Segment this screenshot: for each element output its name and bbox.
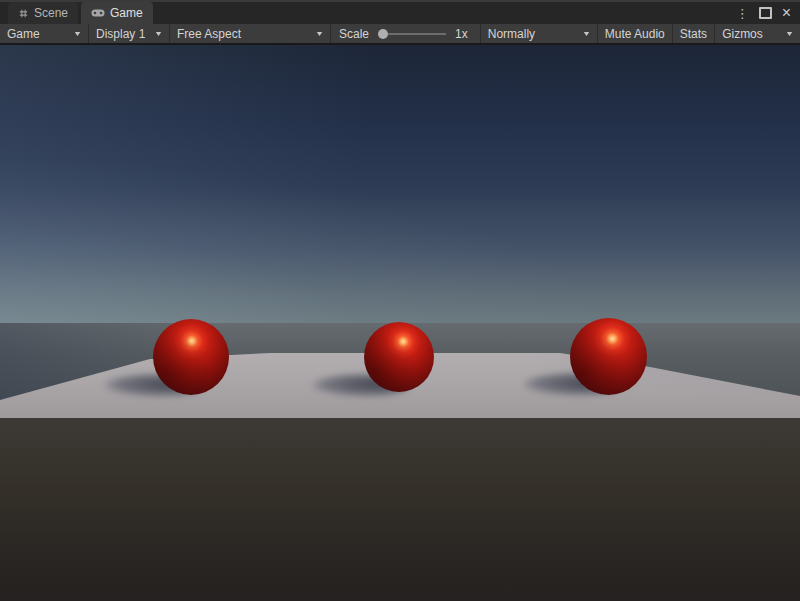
view-menu-label: Game (7, 27, 40, 41)
chevron-down-icon: ▼ (785, 30, 794, 37)
chevron-down-icon: ▼ (73, 30, 82, 37)
scale-control: Scale 1x (331, 27, 480, 41)
game-view-toolbar: Game ▼ Display 1 ▼ Free Aspect ▼ Scale 1… (0, 24, 800, 45)
slider-track[interactable] (388, 33, 446, 35)
tab-scene-label: Scene (34, 6, 68, 20)
tab-game[interactable]: Game (81, 2, 153, 24)
mute-audio-button[interactable]: Mute Audio (598, 24, 672, 43)
gizmos-dropdown[interactable]: Gizmos ▼ (715, 24, 800, 43)
red-sphere-3 (570, 318, 647, 395)
window-controls: ⋮ × (736, 2, 800, 24)
red-sphere-2 (364, 322, 434, 392)
play-mode-dropdown[interactable]: Normally ▼ (481, 24, 597, 43)
display-dropdown[interactable]: Display 1 ▼ (89, 24, 169, 43)
tab-game-label: Game (110, 6, 143, 20)
scale-label: Scale (339, 27, 369, 41)
close-icon[interactable]: × (782, 5, 791, 21)
chevron-down-icon: ▼ (154, 30, 163, 37)
stats-button[interactable]: Stats (673, 24, 714, 43)
red-sphere-1 (153, 319, 229, 395)
aspect-ratio-label: Free Aspect (177, 27, 241, 41)
gamepad-icon (91, 8, 105, 18)
game-viewport[interactable] (0, 45, 800, 601)
scale-value: 1x (455, 27, 468, 41)
chevron-down-icon: ▼ (582, 30, 591, 37)
kebab-menu-icon[interactable]: ⋮ (736, 7, 749, 20)
play-mode-label: Normally (488, 27, 535, 41)
display-label: Display 1 (96, 27, 145, 41)
skybox-ground (0, 417, 800, 601)
aspect-ratio-dropdown[interactable]: Free Aspect ▼ (170, 24, 330, 43)
scale-slider[interactable] (378, 29, 446, 39)
skybox-sky (0, 45, 800, 323)
grid-icon (18, 8, 29, 19)
chevron-down-icon: ▼ (315, 30, 324, 37)
game-view-panel: Scene Game ⋮ × Game ▼ Display 1 ▼ Free A… (0, 0, 800, 601)
stats-label: Stats (680, 27, 707, 41)
tab-scene[interactable]: Scene (8, 2, 78, 24)
mute-audio-label: Mute Audio (605, 27, 665, 41)
view-menu-dropdown[interactable]: Game ▼ (0, 24, 88, 43)
gizmos-label: Gizmos (722, 27, 763, 41)
slider-knob[interactable] (378, 29, 388, 39)
tab-bar: Scene Game ⋮ × (0, 0, 800, 24)
maximize-icon[interactable] (759, 7, 772, 19)
